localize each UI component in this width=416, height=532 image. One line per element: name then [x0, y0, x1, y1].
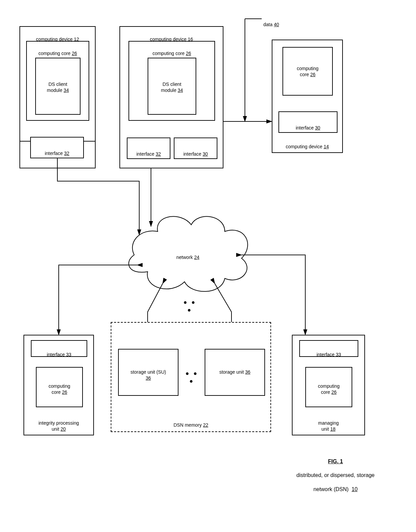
network-label: network 24 — [168, 248, 208, 260]
computing-device-14: computingcore 26 interface 30 computing … — [272, 40, 343, 153]
dots-links: ● ● ● — [180, 299, 200, 314]
mgr-core-label: computingcore 26 — [306, 377, 352, 395]
ipu-core: computingcore 26 — [36, 367, 83, 407]
ipu-title: integrity processingunit 20 — [24, 414, 93, 432]
su1-label: storage unit (SU)36 — [119, 363, 178, 381]
mgr-interface-33: interface 33 — [299, 340, 358, 357]
cd14-interface-30: interface 30 — [278, 111, 337, 133]
cd12-ds-client: DS clientmodule 34 — [35, 58, 81, 115]
cd14-core-label: computingcore 26 — [283, 59, 332, 78]
computing-device-12: computing device 12 computing core 26 DS… — [19, 26, 96, 142]
cd16-interface-30: interface 30 — [174, 138, 217, 159]
su2-label: storage unit 36 — [205, 363, 264, 375]
cd12-core: computing core 26 DS clientmodule 34 — [26, 41, 89, 121]
managing-unit: interface 33 computingcore 26 managingun… — [292, 335, 365, 435]
mgr-iface-label: interface 33 — [300, 345, 358, 358]
computing-device-16: computing device 16 computing core 26 DS… — [119, 26, 223, 168]
mgr-title: managingunit 18 — [293, 414, 364, 432]
cd12-core-label: computing core 26 — [27, 44, 89, 56]
cd12-iface-label: interface 32 — [31, 144, 83, 156]
cd16-ds-label: DS clientmodule 34 — [148, 75, 196, 94]
cd16-ifaceA-label: interface 32 — [127, 145, 170, 157]
data-label: data 40 — [263, 15, 279, 28]
storage-unit-2: storage unit 36 — [205, 349, 265, 396]
dsnmem-title: DSN memory 22 — [111, 416, 270, 428]
cd12-title: computing device 12 — [20, 30, 95, 42]
cd16-core: computing core 26 DS clientmodule 34 — [128, 41, 215, 121]
storage-unit-1: storage unit (SU)36 — [118, 349, 178, 396]
cd14-iface-label: interface 30 — [279, 119, 337, 131]
integrity-processing-unit: interface 33 computingcore 26 integrity … — [23, 335, 94, 435]
cd16-ifaceB-label: interface 30 — [174, 145, 217, 157]
ipu-core-label: computingcore 26 — [37, 377, 82, 395]
cd14-title: computing device 14 — [272, 138, 342, 150]
cd16-interface-32: interface 32 — [127, 138, 170, 159]
cd16-title: computing device 16 — [120, 30, 223, 42]
cd16-ds-client: DS clientmodule 34 — [148, 58, 196, 115]
dsn-memory: storage unit (SU)36 ● ● ● storage unit 3… — [111, 322, 271, 432]
mgr-core: computingcore 26 — [305, 367, 352, 407]
cd14-core: computingcore 26 — [282, 47, 333, 96]
figure-caption: FIG. 1 distributed, or dispersed, storag… — [282, 451, 389, 493]
cd12-ds-label: DS clientmodule 34 — [36, 75, 80, 94]
ipu-interface-33: interface 33 — [31, 340, 87, 357]
cd12-interface-32: interface 32 — [30, 137, 84, 158]
dots-su: ● ● ● — [182, 370, 202, 385]
ipu-iface-label: interface 33 — [32, 345, 87, 358]
cd16-core-label: computing core 26 — [129, 44, 214, 56]
